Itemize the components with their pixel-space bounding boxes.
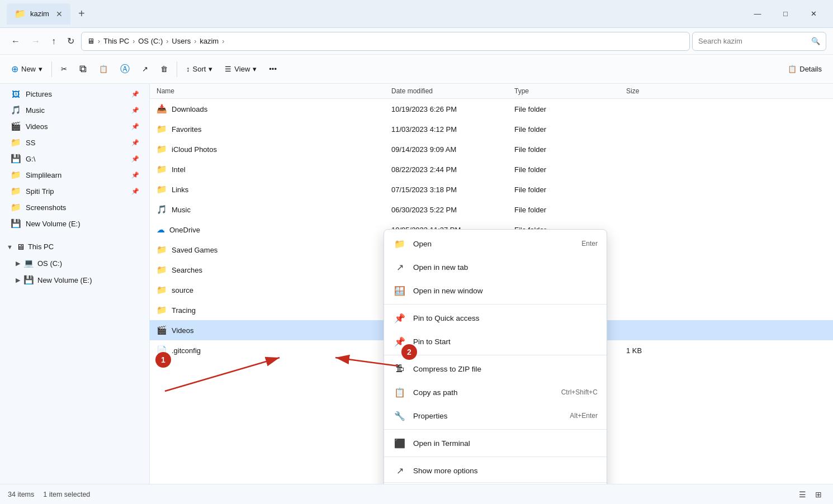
address-bar[interactable]: 🖥 › This PC › OS (C:) › Users › kazim › bbox=[81, 32, 690, 51]
sidebar-label-new-volume-e: New Volume (E:) bbox=[26, 220, 139, 228]
refresh-button[interactable]: ↻ bbox=[63, 32, 79, 50]
search-box[interactable]: 🔍 bbox=[692, 32, 826, 51]
breadcrumb-this-pc[interactable]: This PC bbox=[103, 37, 129, 45]
share-icon: ↗ bbox=[142, 65, 148, 73]
ctx-item-icon: 🪟 bbox=[393, 284, 406, 297]
context-menu-separator bbox=[384, 355, 607, 355]
os-c-chevron: ▶ bbox=[16, 260, 20, 267]
sidebar-item-spiti[interactable]: 📁 Spiti Trip 📌 bbox=[3, 183, 146, 199]
pin-icon-spiti: 📌 bbox=[131, 188, 139, 195]
tab-close-button[interactable]: ✕ bbox=[56, 9, 63, 18]
file-icon: 📁 bbox=[157, 184, 167, 194]
context-menu-item[interactable]: 📌 Pin to Quick access bbox=[384, 306, 607, 330]
file-date: 11/03/2023 4:12 PM bbox=[391, 125, 514, 134]
delete-button[interactable]: 🗑 bbox=[155, 59, 173, 80]
context-menu-item[interactable]: ↗ Open in new tab bbox=[384, 255, 607, 279]
col-header-type[interactable]: Type bbox=[514, 87, 626, 95]
file-type: File folder bbox=[514, 145, 626, 154]
file-icon: ☁ bbox=[157, 225, 165, 235]
file-type: File folder bbox=[514, 206, 626, 214]
ctx-item-label: Pin to Start bbox=[413, 337, 598, 346]
cut-button[interactable]: ✂ bbox=[55, 59, 73, 80]
tab-title: kazim bbox=[30, 9, 49, 18]
pin-icon-ss: 📌 bbox=[131, 139, 139, 146]
ctx-item-icon: 🔧 bbox=[393, 409, 406, 422]
sidebar-label-screenshots: Screenshots bbox=[26, 203, 139, 212]
videos-icon: 🎬 bbox=[10, 121, 21, 131]
rename-button[interactable]: Ⓐ bbox=[115, 59, 135, 80]
new-tab-button[interactable]: + bbox=[74, 5, 89, 22]
col-header-size[interactable]: Size bbox=[626, 87, 826, 95]
new-button[interactable]: ⊕ New ▾ bbox=[6, 59, 48, 80]
sort-label: Sort bbox=[193, 65, 206, 73]
context-menu-item[interactable]: 📌 Pin to Start bbox=[384, 330, 607, 353]
context-menu-item[interactable]: 🔧 Properties Alt+Enter bbox=[384, 404, 607, 427]
file-type: File folder bbox=[514, 165, 626, 174]
breadcrumb-os-c[interactable]: OS (C:) bbox=[138, 37, 163, 45]
file-row[interactable]: 📁 Favorites 11/03/2023 4:12 PM File fold… bbox=[150, 119, 833, 139]
sidebar-label-ss: SS bbox=[26, 139, 127, 147]
back-button[interactable]: ← bbox=[7, 33, 25, 50]
ctx-item-icon: 📌 bbox=[393, 335, 406, 348]
sidebar-item-simplilearn[interactable]: 📁 Simplilearn 📌 bbox=[3, 167, 146, 183]
minimize-button[interactable]: — bbox=[745, 5, 770, 23]
file-icon: 🎬 bbox=[157, 325, 167, 335]
details-button[interactable]: 📋 Details bbox=[782, 59, 827, 80]
context-menu-item[interactable]: 🪟 Open in new window bbox=[384, 279, 607, 302]
context-menu-item[interactable]: 📁 Open Enter bbox=[384, 232, 607, 255]
up-button[interactable]: ↑ bbox=[47, 33, 60, 50]
search-input[interactable] bbox=[698, 37, 808, 45]
file-row[interactable]: 📁 Links 07/15/2023 3:18 PM File folder bbox=[150, 179, 833, 199]
sidebar-item-new-volume-e[interactable]: 💾 New Volume (E:) bbox=[3, 216, 146, 231]
pictures-icon: 🖼 bbox=[10, 89, 21, 99]
col-header-date[interactable]: Date modified bbox=[391, 87, 514, 95]
ctx-item-label: Open bbox=[413, 240, 575, 248]
context-menu-item[interactable]: 🗜 Compress to ZIP file bbox=[384, 357, 607, 381]
sidebar-item-pictures[interactable]: 🖼 Pictures 📌 bbox=[3, 87, 146, 102]
ctx-item-shortcut: Ctrl+Shift+C bbox=[561, 388, 598, 396]
new-volume-icon: 💾 bbox=[23, 275, 34, 285]
col-header-name[interactable]: Name bbox=[157, 87, 391, 95]
breadcrumb-kazim[interactable]: kazim bbox=[200, 37, 219, 45]
file-row[interactable]: 📥 Downloads 10/19/2023 6:26 PM File fold… bbox=[150, 99, 833, 119]
share-button[interactable]: ↗ bbox=[136, 59, 154, 80]
new-volume-section[interactable]: ▶ 💾 New Volume (E:) bbox=[9, 272, 149, 288]
details-view-button[interactable]: ⊞ bbox=[812, 488, 825, 501]
spiti-icon: 📁 bbox=[10, 186, 21, 196]
more-icon: ••• bbox=[269, 65, 277, 73]
sidebar-item-ss[interactable]: 📁 SS 📌 bbox=[3, 135, 146, 150]
copy-button[interactable]: ⧉ bbox=[74, 59, 92, 80]
list-view-button[interactable]: ☰ bbox=[796, 488, 810, 501]
file-row[interactable]: 🎵 Music 06/30/2023 5:22 PM File folder bbox=[150, 199, 833, 220]
sidebar-item-g[interactable]: 💾 G:\ 📌 bbox=[3, 151, 146, 167]
paste-button[interactable]: 📋 bbox=[93, 59, 113, 80]
details-label: Details bbox=[799, 65, 822, 73]
os-c-section[interactable]: ▶ 💻 OS (C:) bbox=[9, 255, 149, 272]
view-button[interactable]: ☰ View ▾ bbox=[219, 59, 262, 80]
active-tab[interactable]: 📁 kazim ✕ bbox=[7, 3, 70, 25]
close-button[interactable]: ✕ bbox=[801, 5, 826, 23]
ctx-item-label: Open in new tab bbox=[413, 263, 598, 272]
address-bar-container: ← → ↑ ↻ 🖥 › This PC › OS (C:) › Users › … bbox=[0, 28, 833, 55]
breadcrumb-users[interactable]: Users bbox=[172, 37, 191, 45]
context-menu-item[interactable]: ⬛ Open in Terminal bbox=[384, 431, 607, 455]
sort-button[interactable]: ↕ Sort ▾ bbox=[181, 59, 218, 80]
file-row[interactable]: 📁 Intel 08/22/2023 2:44 PM File folder bbox=[150, 159, 833, 179]
this-pc-section[interactable]: ▼ 🖥 This PC bbox=[0, 239, 149, 255]
forward-button[interactable]: → bbox=[27, 33, 45, 50]
file-row[interactable]: 📁 iCloud Photos 09/14/2023 9:09 AM File … bbox=[150, 139, 833, 159]
more-button[interactable]: ••• bbox=[263, 59, 282, 80]
sidebar-item-screenshots[interactable]: 📁 Screenshots bbox=[3, 199, 146, 215]
window-controls: — □ ✕ bbox=[745, 5, 826, 23]
sidebar-item-music[interactable]: 🎵 Music 📌 bbox=[3, 102, 146, 118]
sidebar-item-videos[interactable]: 🎬 Videos 📌 bbox=[3, 118, 146, 134]
file-type: File folder bbox=[514, 105, 626, 113]
selected-count: 1 item selected bbox=[43, 491, 90, 498]
ctx-item-icon: 📁 bbox=[393, 237, 406, 250]
context-menu-item[interactable]: ↗ Show more options bbox=[384, 459, 607, 482]
pin-icon-g: 📌 bbox=[131, 155, 139, 163]
maximize-button[interactable]: □ bbox=[773, 5, 798, 23]
file-date: 08/22/2023 2:44 PM bbox=[391, 165, 514, 174]
new-volume-chevron: ▶ bbox=[16, 277, 20, 284]
context-menu-item[interactable]: 📋 Copy as path Ctrl+Shift+C bbox=[384, 381, 607, 404]
